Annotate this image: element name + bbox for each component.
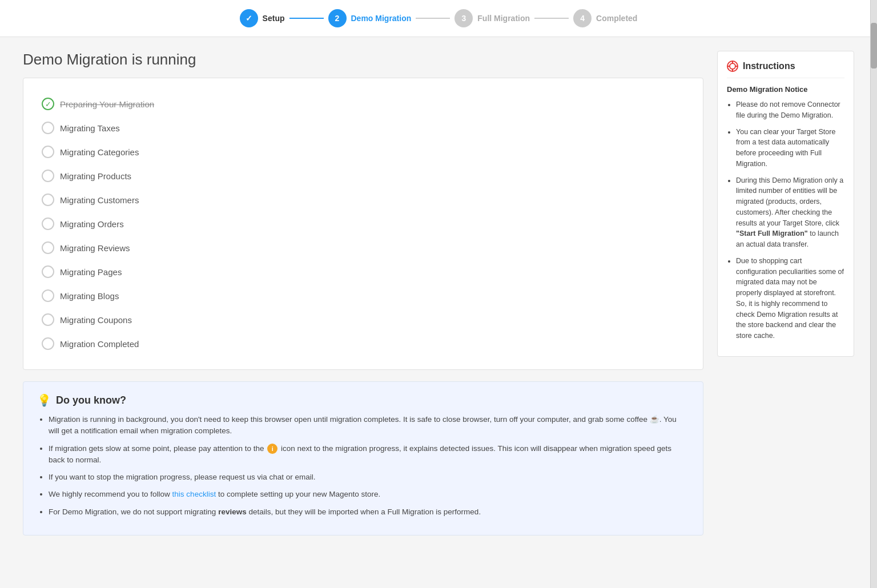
- migration-item-products: Migrating Products: [42, 164, 685, 188]
- migration-label-reviews: Migrating Reviews: [60, 243, 130, 253]
- migration-item-reviews: Migrating Reviews: [42, 236, 685, 260]
- circle-migration-completed: [42, 337, 54, 350]
- step-circle-demo: 2: [328, 9, 347, 27]
- scrollbar[interactable]: [870, 0, 877, 549]
- migration-item-blogs: Migrating Blogs: [42, 284, 685, 308]
- lifesaver-icon: [727, 61, 738, 72]
- connector-2: [416, 18, 450, 19]
- migration-label-orders: Migrating Orders: [60, 219, 124, 229]
- start-full-migration-bold: "Start Full Migration": [736, 229, 808, 237]
- migration-label-pages: Migrating Pages: [60, 267, 122, 277]
- circle-pages: [42, 265, 54, 278]
- migration-item-orders: Migrating Orders: [42, 212, 685, 236]
- did-you-know-title: 💡 Do you know?: [37, 393, 689, 407]
- step-circle-completed: 4: [573, 9, 592, 27]
- left-column: Demo Migration is running ✓ Preparing Yo…: [23, 51, 703, 535]
- scrollbar-thumb[interactable]: [871, 23, 877, 69]
- circle-products: [42, 170, 54, 182]
- migration-label-migration-completed: Migration Completed: [60, 339, 139, 349]
- right-column: Instructions Demo Migration Notice Pleas…: [717, 51, 854, 535]
- info-icon: i: [267, 444, 277, 454]
- stepper-bar: ✓ Setup 2 Demo Migration 3 Full Migratio…: [0, 0, 877, 37]
- step-circle-full: 3: [454, 9, 473, 27]
- circle-blogs: [42, 289, 54, 302]
- did-you-know-title-text: Do you know?: [56, 394, 126, 406]
- did-you-know-item-2: If migration gets slow at some point, pl…: [49, 443, 689, 466]
- migration-steps-box: ✓ Preparing Your Migration Migrating Tax…: [23, 78, 703, 370]
- migration-item-migration-completed: Migration Completed: [42, 332, 685, 356]
- step-setup: ✓ Setup: [240, 9, 285, 27]
- circle-taxes: [42, 122, 54, 134]
- migration-item-categories: Migrating Categories: [42, 140, 685, 164]
- circle-customers: [42, 194, 54, 206]
- circle-categories: [42, 146, 54, 158]
- instructions-item-1: Please do not remove Connector file duri…: [736, 99, 844, 121]
- migration-item-preparing: ✓ Preparing Your Migration: [42, 92, 685, 116]
- bulb-icon: 💡: [37, 393, 51, 407]
- step-label-setup: Setup: [263, 14, 285, 23]
- page-title: Demo Migration is running: [23, 51, 703, 69]
- connector-1: [289, 18, 324, 19]
- main-layout: Demo Migration is running ✓ Preparing Yo…: [0, 37, 877, 549]
- instructions-title-text: Instructions: [743, 61, 795, 71]
- did-you-know-list: Migration is running in background, you …: [37, 414, 689, 518]
- did-you-know-item-4: We highly recommend you to follow this c…: [49, 489, 689, 500]
- instructions-item-3: During this Demo Migration only a limite…: [736, 175, 844, 250]
- instructions-panel: Instructions Demo Migration Notice Pleas…: [717, 51, 854, 357]
- migration-label-taxes: Migrating Taxes: [60, 123, 120, 133]
- migration-label-preparing: Preparing Your Migration: [60, 99, 154, 109]
- step-full-migration: 3 Full Migration: [454, 9, 530, 27]
- step-label-demo: Demo Migration: [351, 14, 412, 23]
- instructions-item-4: Due to shopping cart configuration pecul…: [736, 256, 844, 341]
- did-you-know-item-5: For Demo Migration, we do not support mi…: [49, 506, 689, 518]
- stepper: ✓ Setup 2 Demo Migration 3 Full Migratio…: [0, 9, 877, 27]
- checklist-link[interactable]: this checklist: [172, 490, 216, 498]
- migration-label-customers: Migrating Customers: [60, 195, 139, 205]
- did-you-know-item-3: If you want to stop the migration progre…: [49, 472, 689, 483]
- connector-3: [534, 18, 569, 19]
- check-icon-preparing: ✓: [42, 98, 54, 110]
- migration-item-coupons: Migrating Coupons: [42, 308, 685, 332]
- instructions-subtitle: Demo Migration Notice: [727, 85, 844, 94]
- step-label-completed: Completed: [596, 14, 637, 23]
- instructions-item-2: You can clear your Target Store from a t…: [736, 127, 844, 170]
- step-label-full: Full Migration: [477, 14, 530, 23]
- reviews-bold: reviews: [218, 508, 247, 516]
- step-demo-migration: 2 Demo Migration: [328, 9, 412, 27]
- circle-coupons: [42, 313, 54, 326]
- circle-reviews: [42, 241, 54, 254]
- step-circle-setup: ✓: [240, 9, 258, 27]
- instructions-list: Please do not remove Connector file duri…: [727, 99, 844, 341]
- did-you-know-box: 💡 Do you know? Migration is running in b…: [23, 381, 703, 535]
- migration-item-pages: Migrating Pages: [42, 260, 685, 284]
- did-you-know-item-1: Migration is running in background, you …: [49, 414, 689, 437]
- migration-label-products: Migrating Products: [60, 171, 131, 181]
- instructions-title: Instructions: [727, 61, 844, 78]
- migration-item-customers: Migrating Customers: [42, 188, 685, 212]
- circle-orders: [42, 218, 54, 230]
- migration-item-taxes: Migrating Taxes: [42, 116, 685, 140]
- migration-label-categories: Migrating Categories: [60, 147, 139, 157]
- step-completed: 4 Completed: [573, 9, 637, 27]
- migration-label-blogs: Migrating Blogs: [60, 291, 119, 301]
- svg-point-1: [730, 63, 735, 69]
- migration-label-coupons: Migrating Coupons: [60, 315, 132, 325]
